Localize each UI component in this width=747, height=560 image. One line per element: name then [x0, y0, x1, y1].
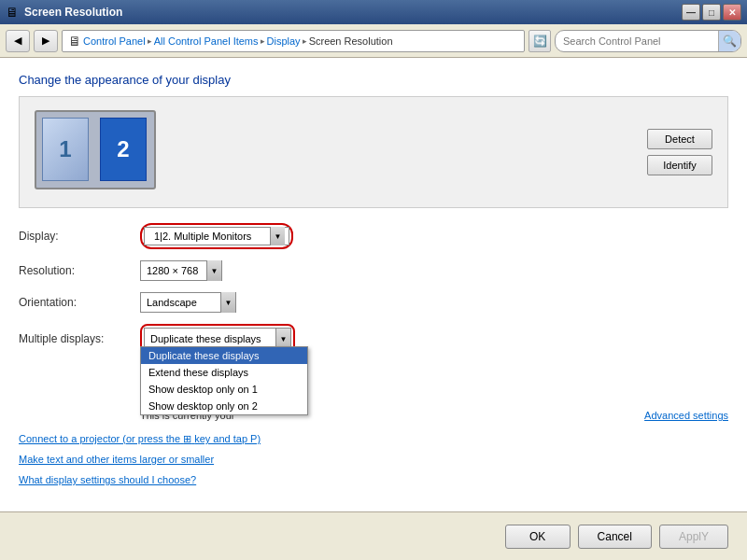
title-bar: 🖥 Screen Resolution — □ ✕ [0, 0, 747, 24]
bottom-bar: OK Cancel ApplY [0, 511, 747, 560]
title-bar-left: 🖥 Screen Resolution [6, 5, 122, 20]
orientation-label: Orientation: [19, 296, 140, 309]
title-bar-buttons: — □ ✕ [682, 4, 741, 21]
projector-key: ⊞ [183, 433, 191, 444]
ok-button[interactable]: OK [505, 525, 571, 549]
multiple-displays-row: Multiple displays: Duplicate these displ… [19, 324, 728, 354]
text-size-link[interactable]: Make text and other items larger or smal… [19, 454, 214, 465]
address-bar: ◀ ▶ 🖥 Control Panel ▸ All Control Panel … [0, 24, 747, 58]
projector-link[interactable]: Connect to a projector (or press the ⊞ k… [19, 433, 261, 444]
window-icon: 🖥 [6, 5, 19, 20]
display-value: 1|2. Multiple Monitors [148, 231, 270, 242]
projector-suffix: key and tap P) [194, 433, 261, 444]
monitor-screen-2: 2 [100, 118, 147, 181]
text-size-link-row: Make text and other items larger or smal… [19, 453, 728, 466]
monitor-screen-1: 1 [42, 118, 89, 181]
orientation-arrow[interactable]: ▼ [220, 292, 235, 313]
page-header: Change the appearance of your display [0, 58, 747, 96]
resolution-arrow[interactable]: ▼ [206, 260, 221, 281]
display-select-inner: 1|2. Multiple Monitors ▼ [144, 227, 289, 245]
monitor-preview-area: 1 2 Detect Identify [19, 96, 728, 208]
multiple-displays-label: Multiple displays: [19, 332, 140, 345]
path-screen-res: Screen Resolution [309, 35, 393, 47]
back-button[interactable]: ◀ [6, 30, 30, 52]
multiple-displays-dropdown: Duplicate these displays Extend these di… [140, 346, 308, 415]
info-label-spacer [19, 410, 140, 421]
multiple-displays-value: Duplicate these displays [145, 329, 275, 348]
monitor-buttons: Detect Identify [647, 129, 712, 175]
resolution-value: 1280 × 768 [141, 265, 206, 276]
apply-button[interactable]: ApplY [659, 525, 728, 549]
multiple-displays-control: Duplicate these displays ▼ Duplicate the… [140, 324, 295, 354]
address-refresh-icon[interactable]: 🔄 [529, 30, 551, 52]
cancel-button[interactable]: Cancel [578, 525, 652, 549]
path-all-items[interactable]: All Control Panel Items [154, 35, 259, 47]
minimize-button[interactable]: — [682, 4, 700, 21]
main-content: Change the appearance of your display 1 … [0, 58, 747, 511]
detect-button[interactable]: Detect [647, 129, 712, 149]
orientation-select[interactable]: Landscape ▼ [140, 292, 236, 313]
display-control: 1|2. Multiple Monitors ▼ [140, 223, 293, 249]
resolution-row: Resolution: 1280 × 768 ▼ [19, 260, 728, 281]
display-settings-link-row: What display settings should I choose? [19, 473, 728, 486]
monitor-number-1: 1 [59, 136, 71, 162]
identify-button[interactable]: Identify [647, 155, 712, 175]
projector-text: Connect to a projector (or press the [19, 433, 180, 444]
display-select-highlight[interactable]: 1|2. Multiple Monitors ▼ [140, 223, 293, 249]
display-label: Display: [19, 230, 140, 243]
search-box: 🔍 [555, 30, 741, 52]
display-settings-link[interactable]: What display settings should I choose? [19, 474, 196, 485]
window: 🖥 Screen Resolution — □ ✕ ◀ ▶ 🖥 Control … [0, 0, 747, 560]
path-icon: 🖥 [68, 34, 81, 49]
path-control-panel[interactable]: Control Panel [83, 35, 146, 47]
advanced-settings-link[interactable]: Advanced settings [644, 410, 728, 421]
resolution-control: 1280 × 768 ▼ [140, 260, 222, 281]
resolution-label: Resolution: [19, 264, 140, 277]
resolution-select[interactable]: 1280 × 768 ▼ [140, 260, 222, 281]
dropdown-item-desktop-1[interactable]: Show desktop only on 1 [141, 381, 307, 398]
monitor-outer: 1 2 [35, 110, 156, 189]
maximize-button[interactable]: □ [702, 4, 721, 21]
path-arrow-1: ▸ [148, 36, 152, 46]
dropdown-item-duplicate[interactable]: Duplicate these displays [141, 347, 307, 364]
orientation-row: Orientation: Landscape ▼ [19, 292, 728, 313]
display-row: Display: 1|2. Multiple Monitors ▼ [19, 223, 728, 249]
search-button[interactable]: 🔍 [718, 30, 740, 52]
orientation-value: Landscape [141, 297, 220, 308]
path-display[interactable]: Display [267, 35, 301, 47]
window-title: Screen Resolution [24, 6, 122, 19]
orientation-control: Landscape ▼ [140, 292, 236, 313]
display-dropdown-arrow[interactable]: ▼ [270, 227, 285, 245]
close-button[interactable]: ✕ [723, 4, 741, 21]
settings-form: Display: 1|2. Multiple Monitors ▼ Resolu… [0, 223, 747, 486]
monitor-number-2: 2 [117, 136, 129, 162]
path-arrow-2: ▸ [261, 36, 265, 46]
address-path: 🖥 Control Panel ▸ All Control Panel Item… [62, 30, 525, 52]
dropdown-item-extend[interactable]: Extend these displays [141, 364, 307, 381]
info-text-row: This is currently your Advanced settings [19, 410, 728, 421]
dropdown-item-desktop-2[interactable]: Show desktop only on 2 [141, 398, 307, 414]
forward-button[interactable]: ▶ [34, 30, 58, 52]
path-arrow-3: ▸ [303, 36, 307, 46]
projector-link-row: Connect to a projector (or press the ⊞ k… [19, 432, 728, 445]
search-input[interactable] [556, 35, 718, 47]
monitor-graphic: 1 2 [35, 110, 156, 194]
